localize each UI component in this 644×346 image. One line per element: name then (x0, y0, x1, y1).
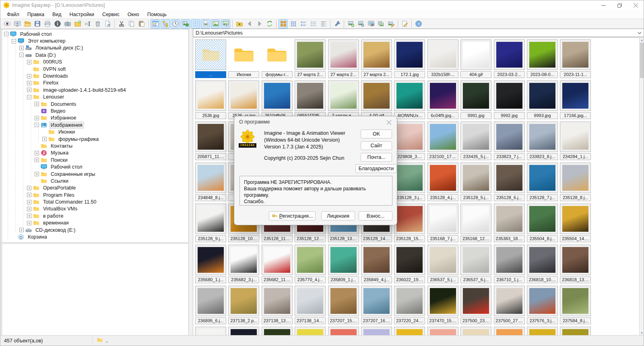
expand-icon[interactable]: + (35, 172, 39, 176)
image-thumbnail[interactable] (262, 80, 293, 111)
image-thumbnail[interactable] (394, 80, 425, 111)
parent-folder-item[interactable]: .. (194, 39, 227, 80)
image-item[interactable]: 235128_4.j... (427, 162, 460, 203)
image-thumbnail[interactable] (560, 286, 591, 316)
image-item[interactable]: 235128_3.j... (393, 162, 426, 203)
image-item[interactable]: 237138_2.p... (227, 285, 260, 326)
collapse-icon[interactable]: − (35, 123, 39, 127)
image-thumbnail[interactable] (195, 122, 226, 152)
image-item[interactable]: 332b158f-... (427, 39, 460, 80)
image-thumbnail[interactable] (228, 286, 259, 316)
image-item[interactable]: 236895_6.j... (194, 285, 227, 326)
collapse-icon[interactable]: − (19, 53, 24, 57)
delete-button[interactable] (93, 19, 102, 29)
view-thumbnails-small-button[interactable] (289, 19, 298, 29)
tree-item[interactable]: +форумы-графика (2, 136, 188, 142)
image-thumbnail[interactable] (427, 122, 458, 152)
back-button[interactable] (245, 19, 254, 29)
image-item[interactable]: 235168_7.j... (427, 203, 460, 244)
forward-button[interactable] (255, 19, 264, 29)
image-thumbnail[interactable] (460, 286, 491, 316)
scrollbar-thumb[interactable] (640, 43, 644, 78)
browser-pane-button[interactable] (151, 19, 160, 29)
image-thumbnail[interactable] (262, 327, 293, 336)
image-thumbnail[interactable] (494, 80, 525, 111)
image-item[interactable]: 235682_3.j... (227, 244, 260, 285)
image-item[interactable]: 235128_6.j... (493, 162, 526, 203)
tree-item[interactable]: +Firefox (2, 80, 188, 86)
image-thumbnail[interactable] (427, 245, 458, 275)
image-thumbnail[interactable] (394, 286, 425, 316)
image-thumbnail[interactable] (361, 80, 392, 111)
image-thumbnail[interactable] (560, 163, 591, 193)
tree-item[interactable]: +Избранное (2, 115, 188, 122)
image-item[interactable]: 232100_17.... (427, 121, 460, 162)
image-item[interactable]: 235809_1.j... (327, 244, 360, 285)
image-thumbnail[interactable] (494, 245, 525, 275)
image-item[interactable] (393, 326, 426, 336)
image-thumbnail[interactable] (394, 245, 425, 275)
image-item[interactable]: 237138_14.... (294, 285, 327, 326)
cut-button[interactable] (117, 19, 126, 29)
new-folder-button[interactable] (73, 19, 82, 29)
paste-button[interactable] (137, 19, 146, 29)
view-list-button[interactable] (309, 19, 318, 29)
image-item[interactable] (460, 326, 493, 336)
tree-item[interactable]: −Этот компьютер (2, 37, 188, 44)
vertical-scrollbar[interactable]: ▲ ▼ (639, 37, 644, 336)
image-item[interactable]: 237207_16.... (360, 285, 393, 326)
image-thumbnail[interactable] (427, 327, 458, 336)
image-thumbnail[interactable] (394, 204, 425, 234)
thanks-button[interactable]: Благодарности (355, 164, 397, 173)
image-item[interactable]: 237220_24.... (393, 285, 426, 326)
timer-pane-button[interactable] (171, 19, 180, 29)
save-button[interactable] (33, 19, 42, 29)
image-thumbnail[interactable] (527, 122, 558, 152)
tree-item[interactable]: −Изображения (2, 122, 188, 128)
image-item[interactable]: 233435_5.j... (460, 121, 493, 162)
image-thumbnail[interactable] (228, 245, 259, 275)
image-item[interactable]: 08551f70f5... (294, 80, 327, 121)
expand-icon[interactable]: + (19, 228, 24, 232)
image-item[interactable]: 235770_4.j... (294, 244, 327, 285)
image-item[interactable]: 236818_10.... (526, 244, 559, 285)
image-thumbnail[interactable] (262, 245, 293, 275)
image-item[interactable]: 237584_8.j... (559, 285, 592, 326)
file-settings-button[interactable] (103, 19, 112, 29)
image-thumbnail[interactable] (460, 204, 491, 234)
image-item[interactable]: 235504_14.... (559, 203, 592, 244)
image-thumbnail[interactable] (295, 245, 326, 275)
image-thumbnail[interactable] (295, 286, 326, 316)
view-image-button[interactable] (2, 19, 12, 29)
tree-item[interactable]: −Lenouser (2, 94, 188, 101)
image-thumbnail[interactable] (527, 327, 558, 336)
image-item[interactable]: 2023-11-1... (559, 39, 592, 80)
image-thumbnail[interactable] (560, 245, 591, 275)
menu-item-0[interactable]: Файл (3, 11, 23, 18)
image-item[interactable]: 2 капли в... (327, 80, 360, 121)
panel-splitter[interactable] (2, 242, 188, 244)
image-item[interactable]: 6c04f9.jpg... (427, 80, 460, 121)
folder-icon[interactable] (262, 39, 293, 70)
image-thumbnail[interactable] (228, 327, 259, 336)
image-item[interactable]: 205871_11.... (194, 121, 227, 162)
image-thumbnail[interactable] (195, 327, 226, 336)
image-item[interactable]: 236537_5.j... (427, 244, 460, 285)
expand-icon[interactable]: + (27, 74, 31, 78)
image-item[interactable]: 236818_13.... (559, 244, 592, 285)
tree-item[interactable]: +Поиски (2, 157, 188, 163)
image-item[interactable] (194, 326, 227, 336)
image-item[interactable]: 234848_8.j... (194, 162, 227, 203)
image-thumbnail[interactable] (427, 204, 458, 234)
image-item[interactable]: 235128_7.j... (526, 162, 559, 203)
tree-item[interactable]: Иконки (2, 128, 188, 135)
image-thumbnail[interactable] (460, 245, 491, 275)
image-item[interactable]: 27 марта 2... (360, 39, 393, 80)
image-item[interactable] (227, 326, 260, 336)
scroll-up-icon[interactable]: ▲ (640, 38, 644, 42)
image-item[interactable]: 235504_8.j... (526, 203, 559, 244)
image-thumbnail[interactable] (427, 80, 458, 111)
tree-item[interactable]: +Total Commander 11.50 (2, 198, 188, 205)
image-thumbnail[interactable] (427, 39, 458, 70)
copy-button[interactable] (127, 19, 136, 29)
